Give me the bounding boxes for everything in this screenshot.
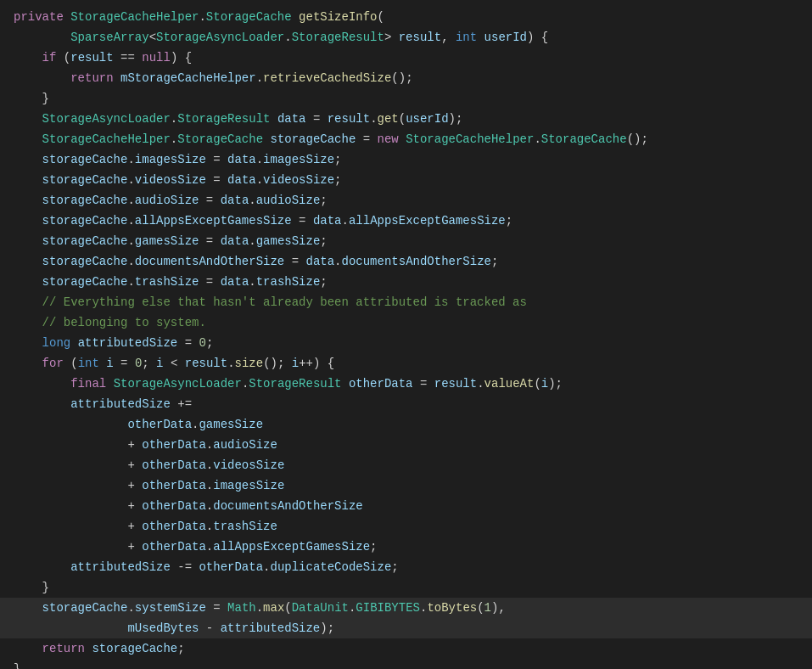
code-line-17: long attributedSize = 0; [0,333,812,353]
code-line-2: SparseArray<StorageAsyncLoader.StorageRe… [0,27,812,48]
code-line-16: // belonging to system. [0,312,812,333]
code-line-4: return mStorageCacheHelper.retrieveCache… [0,68,812,88]
code-line-5: } [0,88,812,109]
code-line-13: storageCache.documentsAndOtherSize = dat… [0,251,812,272]
code-line-18: for (int i = 0; i < result.size(); i++) … [0,353,812,374]
code-line-14: storageCache.trashSize = data.trashSize; [0,272,812,292]
code-line-12: storageCache.gamesSize = data.gamesSize; [0,231,812,251]
code-line-8: storageCache.imagesSize = data.imagesSiz… [0,149,812,170]
code-line-26: + otherData.trashSize [0,516,812,537]
code-line-15: // Everything else that hasn't already b… [0,292,812,312]
code-line-11: storageCache.allAppsExceptGamesSize = da… [0,211,812,231]
code-line-20: attributedSize += [0,394,812,414]
code-line-29: } [0,577,812,598]
code-line-24: + otherData.imagesSize [0,475,812,496]
code-line-33: } [0,659,812,669]
code-line-1: private StorageCacheHelper.StorageCache … [0,7,812,27]
code-line-32: return storageCache; [0,638,812,659]
code-line-7: StorageCacheHelper.StorageCache storageC… [0,129,812,149]
code-line-23: + otherData.videosSize [0,455,812,475]
code-line-27: + otherData.allAppsExceptGamesSize; [0,537,812,557]
code-line-30: storageCache.systemSize = Math.max(DataU… [0,598,812,618]
code-line-28: attributedSize -= otherData.duplicateCod… [0,557,812,577]
code-line-9: storageCache.videosSize = data.videosSiz… [0,170,812,190]
code-line-22: + otherData.audioSize [0,435,812,455]
code-line-21: otherData.gamesSize [0,414,812,435]
code-line-31: mUsedBytes - attributedSize); [0,618,812,638]
code-line-25: + otherData.documentsAndOtherSize [0,496,812,516]
code-line-3: if (result == null) { [0,48,812,68]
code-line-19: final StorageAsyncLoader.StorageResult o… [0,374,812,394]
code-line-6: StorageAsyncLoader.StorageResult data = … [0,109,812,129]
code-editor: private StorageCacheHelper.StorageCache … [0,0,812,669]
code-line-10: storageCache.audioSize = data.audioSize; [0,190,812,211]
